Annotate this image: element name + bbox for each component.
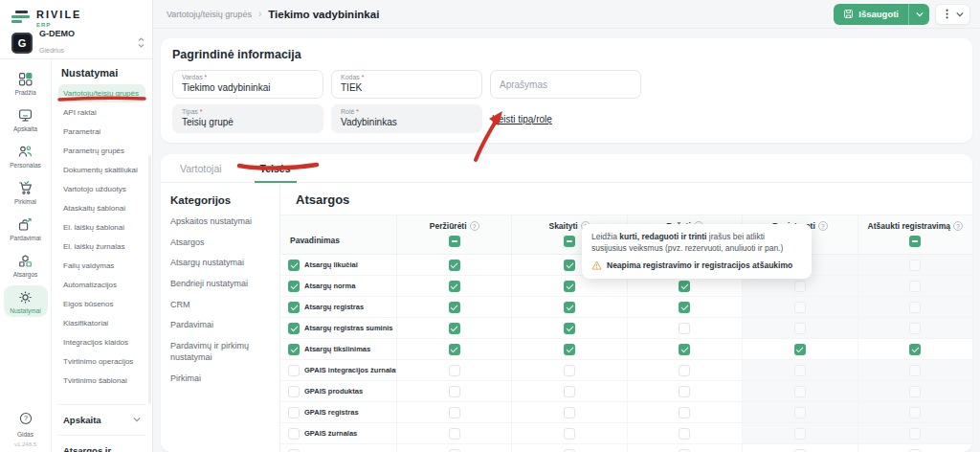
name-field[interactable]: Vardas Tiekimo vadybininkai: [172, 70, 323, 99]
rail-item-pirkimai[interactable]: Pirkimai: [4, 176, 48, 208]
column-select-all-checkbox[interactable]: [564, 236, 575, 247]
column-select-all-checkbox[interactable]: [909, 236, 921, 247]
permission-checkbox[interactable]: [564, 323, 575, 334]
permission-checkbox[interactable]: [449, 365, 460, 376]
tab-vartotojai[interactable]: Vartotojai: [161, 154, 241, 182]
category-item[interactable]: Atsargos: [170, 237, 270, 249]
help-button[interactable]: ?: [18, 411, 33, 430]
permission-checkbox[interactable]: [564, 260, 575, 271]
sidebar-item[interactable]: Ataskaitų šablonai: [58, 199, 145, 217]
permission-checkbox[interactable]: [679, 407, 690, 418]
permission-cell: [627, 402, 742, 422]
rail-item-apskaita[interactable]: Apskaita: [4, 103, 48, 135]
category-item[interactable]: Pirkimai: [170, 373, 270, 385]
category-item[interactable]: Pardavimų ir pirkimų nustatymai: [170, 341, 270, 363]
breadcrumb-item[interactable]: Vartotojų/teisių grupės: [167, 10, 252, 19]
sidebar-item[interactable]: El. laiškų žurnalas: [58, 237, 145, 256]
description-field[interactable]: Aprašymas: [490, 70, 641, 99]
row-select-checkbox[interactable]: [288, 449, 300, 452]
row-select-checkbox[interactable]: [288, 302, 300, 313]
permission-checkbox[interactable]: [679, 365, 690, 376]
more-actions-button[interactable]: ⋮: [935, 4, 970, 25]
workspace-switcher[interactable]: G G-DEMO Giedrius: [0, 27, 152, 59]
code-field[interactable]: Kodas TIEK: [331, 70, 482, 99]
category-item[interactable]: CRM: [170, 300, 270, 311]
permission-checkbox[interactable]: [794, 344, 806, 355]
row-select-checkbox[interactable]: [288, 344, 300, 355]
rail-item-label: Atsargos: [13, 271, 38, 278]
menu-scrollbar[interactable]: [148, 155, 151, 404]
permission-checkbox[interactable]: [909, 344, 921, 355]
row-select-checkbox[interactable]: [288, 407, 300, 418]
tab-teisės[interactable]: Teisės: [241, 154, 310, 182]
sidebar-item[interactable]: Failų valdymas: [58, 257, 145, 275]
permission-checkbox[interactable]: [449, 302, 460, 313]
change-type-role-link[interactable]: Keisti tipą/rolę: [490, 114, 641, 124]
permission-checkbox[interactable]: [679, 281, 690, 292]
sidebar-item[interactable]: El. laiškų šablonai: [58, 218, 145, 237]
save-button[interactable]: Išsaugoti: [834, 9, 908, 19]
sidebar-item[interactable]: Parametrai: [58, 123, 145, 141]
permission-checkbox[interactable]: [449, 428, 460, 440]
category-item[interactable]: Bendrieji nustatymai: [170, 279, 270, 290]
permission-checkbox[interactable]: [564, 428, 575, 440]
row-select-checkbox[interactable]: [288, 365, 300, 376]
permission-checkbox[interactable]: [449, 449, 460, 452]
sidebar-item[interactable]: Vartotojų/teisių grupės: [58, 84, 145, 102]
chevron-down-icon: [916, 11, 924, 17]
column-select-all-checkbox[interactable]: [449, 236, 460, 247]
sidebar-item[interactable]: Eigos būsenos: [58, 295, 145, 313]
row-select-checkbox[interactable]: [288, 323, 300, 334]
sidebar-item[interactable]: Tvirtinimo šablonai: [58, 372, 145, 390]
permission-checkbox[interactable]: [564, 386, 575, 397]
sidebar-item[interactable]: Integracijos klaidos: [58, 333, 145, 351]
sidebar-item[interactable]: Klasifikatoriai: [58, 314, 145, 332]
rail-item-nustatymai[interactable]: Nustatymai: [4, 285, 48, 317]
row-select-checkbox[interactable]: [288, 428, 300, 440]
sidebar-item[interactable]: Vartotojo užduotys: [58, 180, 145, 198]
permission-checkbox[interactable]: [449, 344, 460, 355]
sidebar-item[interactable]: Automatizacijos: [58, 276, 145, 294]
permission-checkbox[interactable]: [679, 323, 690, 334]
info-icon[interactable]: ?: [953, 221, 963, 231]
permission-checkbox[interactable]: [564, 407, 575, 418]
permission-checkbox[interactable]: [449, 281, 460, 292]
sidebar-item[interactable]: Tvirtinimo operacijos: [58, 352, 145, 371]
sidebar-group[interactable]: Apskaita: [58, 404, 145, 435]
sidebar-item[interactable]: API raktai: [58, 103, 145, 122]
permission-checkbox[interactable]: [679, 344, 690, 355]
row-select-checkbox[interactable]: [288, 386, 300, 397]
permission-checkbox[interactable]: [564, 365, 575, 376]
rail-item-pradžia[interactable]: Pradžia: [4, 67, 48, 99]
permission-checkbox[interactable]: [449, 323, 460, 334]
permission-checkbox[interactable]: [564, 281, 575, 292]
row-select-checkbox[interactable]: [288, 281, 300, 292]
permission-checkbox[interactable]: [679, 386, 690, 397]
permission-checkbox[interactable]: [679, 302, 690, 313]
rail-item-personalas[interactable]: Personalas: [4, 140, 48, 171]
rail-item-atsargos[interactable]: Atsargos: [4, 249, 48, 281]
category-item[interactable]: Pardavimai: [170, 320, 270, 331]
rail-item-pardavimai[interactable]: Pardavimai: [4, 213, 48, 244]
permission-cell: [511, 297, 626, 317]
permission-checkbox[interactable]: [449, 407, 460, 418]
permission-checkbox[interactable]: [679, 449, 690, 452]
rivile-logo[interactable]: RIVILE ERP: [0, 0, 152, 27]
save-dropdown-button[interactable]: [908, 4, 929, 25]
category-item[interactable]: Atsargų nustatymai: [170, 258, 270, 269]
info-icon[interactable]: ?: [470, 221, 479, 231]
permission-checkbox[interactable]: [449, 386, 460, 397]
category-item[interactable]: Apskaitos nustatymai: [170, 216, 270, 228]
permission-checkbox[interactable]: [449, 260, 460, 271]
permission-checkbox[interactable]: [679, 428, 690, 440]
permission-checkbox[interactable]: [564, 344, 575, 355]
sidebar-item[interactable]: Dokumentų skaitliukai: [58, 161, 145, 179]
sidebar-item[interactable]: Parametrų grupės: [58, 142, 145, 160]
row-select-checkbox[interactable]: [288, 260, 300, 271]
permission-checkbox[interactable]: [909, 449, 921, 452]
permission-checkbox[interactable]: [564, 302, 575, 313]
sidebar-group[interactable]: Atsargos ir logistika: [58, 435, 145, 452]
permission-checkbox[interactable]: [564, 449, 575, 452]
permission-checkbox[interactable]: [794, 449, 806, 452]
info-icon[interactable]: ?: [818, 221, 828, 231]
